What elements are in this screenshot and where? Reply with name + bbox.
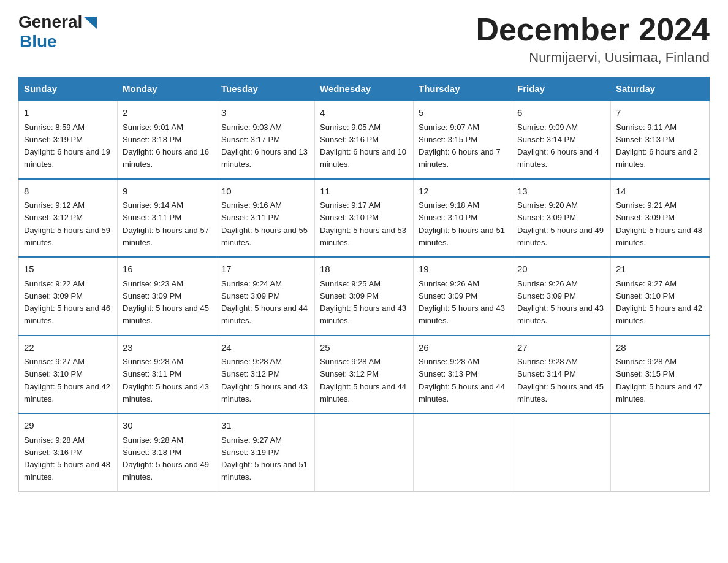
day-info: Sunrise: 9:18 AMSunset: 3:10 PMDaylight:… xyxy=(419,201,505,247)
day-number: 8 xyxy=(24,185,112,199)
day-info: Sunrise: 9:07 AMSunset: 3:15 PMDaylight:… xyxy=(419,123,501,169)
day-number: 18 xyxy=(320,262,408,277)
col-header-sunday: Sunday xyxy=(19,77,118,101)
col-header-tuesday: Tuesday xyxy=(216,77,315,101)
page-title: December 2024 xyxy=(476,12,710,47)
calendar-cell: 17Sunrise: 9:24 AMSunset: 3:09 PMDayligh… xyxy=(216,257,315,335)
day-info: Sunrise: 9:27 AMSunset: 3:19 PMDaylight:… xyxy=(221,435,308,482)
calendar-cell xyxy=(315,413,414,491)
day-number: 23 xyxy=(123,341,211,355)
calendar-cell: 28Sunrise: 9:28 AMSunset: 3:15 PMDayligh… xyxy=(611,335,710,414)
calendar-cell: 18Sunrise: 9:25 AMSunset: 3:09 PMDayligh… xyxy=(315,257,414,335)
day-info: Sunrise: 9:01 AMSunset: 3:18 PMDaylight:… xyxy=(123,123,209,169)
day-info: Sunrise: 9:28 AMSunset: 3:15 PMDaylight:… xyxy=(616,357,702,404)
calendar-cell: 1Sunrise: 8:59 AMSunset: 3:19 PMDaylight… xyxy=(19,101,118,179)
calendar-cell: 13Sunrise: 9:20 AMSunset: 3:09 PMDayligh… xyxy=(512,179,611,258)
day-info: Sunrise: 9:26 AMSunset: 3:09 PMDaylight:… xyxy=(419,279,505,326)
col-header-thursday: Thursday xyxy=(414,77,512,101)
calendar-cell xyxy=(414,413,512,491)
day-number: 22 xyxy=(24,341,112,355)
day-info: Sunrise: 9:22 AMSunset: 3:09 PMDaylight:… xyxy=(24,279,110,326)
calendar-cell: 22Sunrise: 9:27 AMSunset: 3:10 PMDayligh… xyxy=(19,335,118,414)
calendar-table: SundayMondayTuesdayWednesdayThursdayFrid… xyxy=(18,77,710,492)
day-number: 29 xyxy=(24,419,112,433)
day-number: 24 xyxy=(221,341,309,355)
day-info: Sunrise: 9:11 AMSunset: 3:13 PMDaylight:… xyxy=(616,123,698,169)
calendar-cell: 3Sunrise: 9:03 AMSunset: 3:17 PMDaylight… xyxy=(216,101,315,179)
calendar-cell: 11Sunrise: 9:17 AMSunset: 3:10 PMDayligh… xyxy=(315,179,414,258)
subtitle: Nurmijaervi, Uusimaa, Finland xyxy=(476,50,710,66)
day-number: 9 xyxy=(123,185,211,199)
day-number: 3 xyxy=(221,106,309,120)
col-header-friday: Friday xyxy=(512,77,611,101)
day-number: 10 xyxy=(221,185,309,199)
day-number: 7 xyxy=(616,106,704,120)
day-info: Sunrise: 9:28 AMSunset: 3:11 PMDaylight:… xyxy=(123,357,209,404)
col-header-wednesday: Wednesday xyxy=(315,77,414,101)
day-number: 4 xyxy=(320,106,408,120)
title-area: December 2024 Nurmijaervi, Uusimaa, Finl… xyxy=(476,12,710,66)
calendar-cell: 12Sunrise: 9:18 AMSunset: 3:10 PMDayligh… xyxy=(414,179,512,258)
day-number: 30 xyxy=(123,419,211,433)
day-number: 19 xyxy=(419,262,507,277)
day-number: 28 xyxy=(616,341,704,355)
day-info: Sunrise: 9:09 AMSunset: 3:14 PMDaylight:… xyxy=(517,123,599,169)
logo-icon: General Blue xyxy=(18,12,97,52)
logo-arrow-icon xyxy=(83,17,97,29)
calendar-cell: 14Sunrise: 9:21 AMSunset: 3:09 PMDayligh… xyxy=(611,179,710,258)
calendar-cell: 7Sunrise: 9:11 AMSunset: 3:13 PMDaylight… xyxy=(611,101,710,179)
calendar-header: SundayMondayTuesdayWednesdayThursdayFrid… xyxy=(19,77,710,101)
day-info: Sunrise: 9:16 AMSunset: 3:11 PMDaylight:… xyxy=(221,201,308,247)
page-header: General Blue December 2024 Nurmijaervi, … xyxy=(18,12,710,66)
day-info: Sunrise: 9:05 AMSunset: 3:16 PMDaylight:… xyxy=(320,123,406,169)
day-number: 12 xyxy=(419,185,507,199)
day-number: 25 xyxy=(320,341,408,355)
day-info: Sunrise: 9:12 AMSunset: 3:12 PMDaylight:… xyxy=(24,201,110,247)
calendar-cell: 27Sunrise: 9:28 AMSunset: 3:14 PMDayligh… xyxy=(512,335,611,414)
day-info: Sunrise: 9:14 AMSunset: 3:11 PMDaylight:… xyxy=(123,201,209,247)
calendar-cell: 31Sunrise: 9:27 AMSunset: 3:19 PMDayligh… xyxy=(216,413,315,491)
col-header-saturday: Saturday xyxy=(611,77,710,101)
calendar-cell: 20Sunrise: 9:26 AMSunset: 3:09 PMDayligh… xyxy=(512,257,611,335)
week-row-3: 15Sunrise: 9:22 AMSunset: 3:09 PMDayligh… xyxy=(19,257,710,335)
day-number: 26 xyxy=(419,341,507,355)
col-header-monday: Monday xyxy=(118,77,216,101)
week-row-2: 8Sunrise: 9:12 AMSunset: 3:12 PMDaylight… xyxy=(19,179,710,258)
calendar-cell: 4Sunrise: 9:05 AMSunset: 3:16 PMDaylight… xyxy=(315,101,414,179)
calendar-cell: 29Sunrise: 9:28 AMSunset: 3:16 PMDayligh… xyxy=(19,413,118,491)
day-number: 1 xyxy=(24,106,112,120)
calendar-cell: 9Sunrise: 9:14 AMSunset: 3:11 PMDaylight… xyxy=(118,179,216,258)
calendar-cell: 19Sunrise: 9:26 AMSunset: 3:09 PMDayligh… xyxy=(414,257,512,335)
day-info: Sunrise: 9:17 AMSunset: 3:10 PMDaylight:… xyxy=(320,201,406,247)
day-number: 16 xyxy=(123,262,211,277)
svg-marker-0 xyxy=(83,17,97,29)
day-info: Sunrise: 9:03 AMSunset: 3:17 PMDaylight:… xyxy=(221,123,308,169)
calendar-cell: 25Sunrise: 9:28 AMSunset: 3:12 PMDayligh… xyxy=(315,335,414,414)
day-number: 17 xyxy=(221,262,309,277)
calendar-cell: 26Sunrise: 9:28 AMSunset: 3:13 PMDayligh… xyxy=(414,335,512,414)
day-info: Sunrise: 9:28 AMSunset: 3:18 PMDaylight:… xyxy=(123,435,209,482)
day-info: Sunrise: 9:21 AMSunset: 3:09 PMDaylight:… xyxy=(616,201,702,247)
calendar-cell: 8Sunrise: 9:12 AMSunset: 3:12 PMDaylight… xyxy=(19,179,118,258)
calendar-cell: 21Sunrise: 9:27 AMSunset: 3:10 PMDayligh… xyxy=(611,257,710,335)
calendar-cell: 23Sunrise: 9:28 AMSunset: 3:11 PMDayligh… xyxy=(118,335,216,414)
header-row: SundayMondayTuesdayWednesdayThursdayFrid… xyxy=(19,77,710,101)
day-number: 31 xyxy=(221,419,309,433)
day-number: 21 xyxy=(616,262,704,277)
calendar-cell: 5Sunrise: 9:07 AMSunset: 3:15 PMDaylight… xyxy=(414,101,512,179)
day-number: 6 xyxy=(517,106,605,120)
calendar-cell: 15Sunrise: 9:22 AMSunset: 3:09 PMDayligh… xyxy=(19,257,118,335)
calendar-cell: 30Sunrise: 9:28 AMSunset: 3:18 PMDayligh… xyxy=(118,413,216,491)
day-number: 13 xyxy=(517,185,605,199)
day-info: Sunrise: 9:28 AMSunset: 3:14 PMDaylight:… xyxy=(517,357,604,404)
day-info: Sunrise: 9:23 AMSunset: 3:09 PMDaylight:… xyxy=(123,279,209,326)
day-info: Sunrise: 9:28 AMSunset: 3:12 PMDaylight:… xyxy=(221,357,308,404)
calendar-cell xyxy=(611,413,710,491)
day-info: Sunrise: 9:25 AMSunset: 3:09 PMDaylight:… xyxy=(320,279,406,326)
calendar-cell: 2Sunrise: 9:01 AMSunset: 3:18 PMDaylight… xyxy=(118,101,216,179)
day-info: Sunrise: 9:28 AMSunset: 3:13 PMDaylight:… xyxy=(419,357,505,404)
day-number: 11 xyxy=(320,185,408,199)
day-info: Sunrise: 9:27 AMSunset: 3:10 PMDaylight:… xyxy=(616,279,702,326)
calendar-cell: 16Sunrise: 9:23 AMSunset: 3:09 PMDayligh… xyxy=(118,257,216,335)
calendar-cell: 10Sunrise: 9:16 AMSunset: 3:11 PMDayligh… xyxy=(216,179,315,258)
